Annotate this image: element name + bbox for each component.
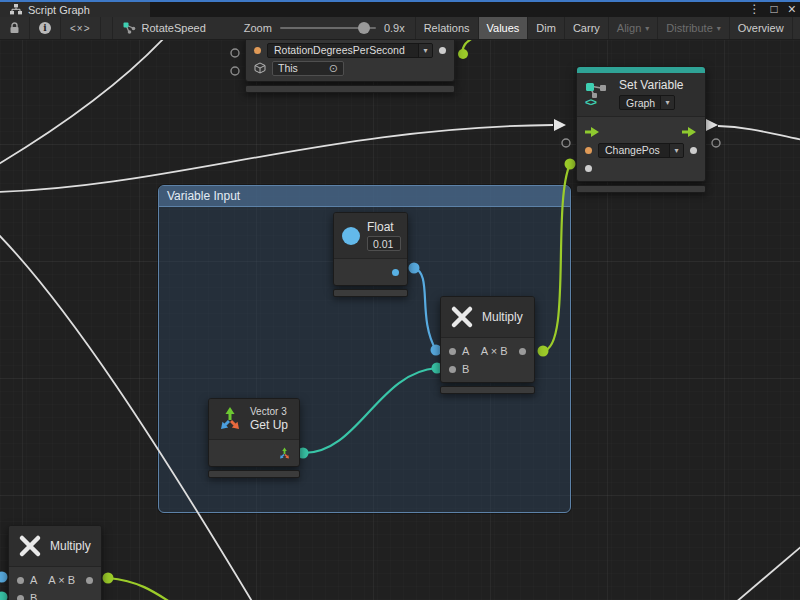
variable-name-value: ChangePos — [599, 144, 669, 157]
graph-canvas[interactable]: Variable Input — [0, 40, 800, 600]
port-row-b: B — [441, 360, 534, 378]
variable-value-output-port[interactable] — [439, 47, 446, 54]
overview-button[interactable]: Overview — [730, 17, 793, 39]
unconnected-port-ring — [231, 49, 239, 57]
zoom-value: 0.9x — [384, 22, 405, 34]
wire-white-bottomright — [735, 545, 800, 600]
code-icon: <×> — [70, 23, 91, 34]
zoom-label: Zoom — [244, 22, 272, 34]
wire-end-dot-blue — [0, 572, 8, 583]
zoom-slider-handle[interactable] — [358, 22, 370, 34]
input-value-port[interactable] — [585, 165, 592, 172]
zoom-slider[interactable] — [280, 27, 376, 29]
output-value-port[interactable] — [690, 147, 697, 154]
node-footer — [576, 185, 706, 193]
target-object-field[interactable]: This ⊙ — [272, 61, 344, 76]
inspect-button[interactable]: i — [30, 17, 61, 39]
node-vector3-get-up[interactable]: Vector 3 Get Up — [208, 398, 300, 478]
info-icon: i — [39, 22, 51, 34]
node-title: Multiply — [482, 310, 523, 324]
menu-kebab-icon[interactable]: ⋮ — [749, 3, 761, 15]
input-a-port[interactable] — [449, 348, 456, 355]
wire-white-out-of-setvariable — [718, 126, 800, 140]
output-port[interactable] — [86, 577, 93, 584]
input-a-label: A — [462, 345, 469, 357]
node-footer — [440, 386, 535, 394]
lock-button[interactable] — [0, 17, 30, 39]
variable-name-dropdown[interactable]: ChangePos ▾ — [598, 143, 684, 158]
maximize-icon[interactable]: □ — [771, 3, 778, 15]
input-a-label: A — [30, 574, 37, 586]
flow-in-port[interactable] — [585, 127, 600, 137]
node-type-label: Vector 3 — [250, 406, 287, 417]
flow-out-port[interactable] — [682, 127, 697, 137]
distribute-dropdown[interactable]: Distribute▾ — [658, 17, 729, 39]
close-icon[interactable]: × — [788, 3, 796, 15]
toggle-relations[interactable]: Relations — [416, 17, 479, 39]
script-graph-icon — [123, 22, 136, 34]
output-label: A × B — [475, 345, 513, 357]
input-b-label: B — [462, 363, 469, 375]
node-get-variable[interactable]: RotationDegreesPerSecond ▾ This ⊙ — [245, 40, 455, 93]
chevron-down-icon: ▾ — [645, 24, 649, 33]
unity-visual-scripting-window: Script Graph ⋮ □ × i <×> — [0, 0, 800, 600]
gameobject-cube-icon — [254, 62, 266, 74]
toggle-dim[interactable]: Dim — [528, 17, 565, 39]
vector3-arrows-icon — [217, 406, 243, 432]
scope-value: Graph — [620, 96, 660, 109]
graph-toolbar: i <×> RotateSpeed Zoom 0.9x Relations Va… — [0, 17, 800, 40]
object-picker-icon[interactable]: ⊙ — [329, 62, 338, 75]
graph-tree-icon — [10, 4, 22, 15]
input-a-port[interactable] — [17, 577, 24, 584]
wire-white-topleft — [0, 40, 165, 165]
toolbar-toggle-buttons: Relations Values Dim Carry Align▾ Distri… — [415, 17, 800, 39]
target-value: This — [278, 62, 298, 74]
node-multiply-2[interactable]: Multiply A A × B B — [8, 525, 102, 600]
unconnected-port-ring — [562, 139, 570, 147]
node-title: Set Variable — [619, 78, 683, 92]
tab-script-graph[interactable]: Script Graph — [0, 2, 150, 17]
align-dropdown[interactable]: Align▾ — [609, 17, 658, 39]
wire-end-dot-teal — [0, 592, 8, 600]
toolbar-spacer — [101, 17, 113, 39]
toggle-values[interactable]: Values — [479, 17, 529, 39]
input-b-port[interactable] — [17, 595, 24, 600]
float-output-port[interactable] — [392, 269, 399, 276]
chevron-down-icon: ▾ — [418, 44, 432, 57]
wire-end-dot-green — [103, 573, 114, 584]
float-value-field[interactable]: 0.01 — [367, 236, 401, 251]
group-header[interactable]: Variable Input — [159, 186, 570, 207]
port-row-b: B — [9, 589, 101, 600]
float-value: 0.01 — [373, 238, 393, 250]
unconnected-port-ring — [712, 139, 720, 147]
output-port[interactable] — [519, 348, 526, 355]
node-multiply[interactable]: Multiply A A × B B — [440, 296, 535, 394]
breadcrumb-graph-name: RotateSpeed — [142, 22, 206, 34]
variable-name-dropdown[interactable]: RotationDegreesPerSecond ▾ — [267, 43, 433, 58]
lock-icon — [9, 22, 20, 34]
variable-scope-dropdown[interactable]: Graph ▾ — [619, 95, 675, 110]
variable-name-port[interactable] — [254, 47, 261, 54]
zoom-control: Zoom 0.9x — [234, 17, 415, 39]
node-set-variable[interactable]: <> Set Variable Graph ▾ — [576, 66, 706, 193]
node-title: Multiply — [50, 539, 91, 553]
node-float-literal[interactable]: Float 0.01 — [333, 212, 408, 297]
tab-strip: Script Graph ⋮ □ × — [0, 0, 800, 17]
multiply-x-icon — [450, 305, 474, 329]
port-row-a: A A × B — [9, 571, 101, 589]
target-row: This ⊙ — [246, 59, 454, 77]
variable-name-port[interactable] — [585, 147, 592, 154]
breadcrumb[interactable]: RotateSpeed — [113, 17, 216, 39]
vector3-output-port[interactable] — [278, 447, 291, 460]
group-title: Variable Input — [167, 189, 240, 203]
node-footer — [245, 85, 455, 93]
toggle-carry[interactable]: Carry — [565, 17, 609, 39]
port-row-a: A A × B — [441, 342, 534, 360]
node-title: Float — [367, 220, 394, 234]
input-b-port[interactable] — [449, 366, 456, 373]
edit-script-button[interactable]: <×> — [61, 17, 101, 39]
fullscreen-button[interactable]: Full Screen — [793, 17, 800, 39]
variable-name-row: RotationDegreesPerSecond ▾ — [246, 41, 454, 59]
set-variable-icon: <> — [585, 82, 611, 107]
wire-green-getvariable-up — [463, 40, 477, 54]
